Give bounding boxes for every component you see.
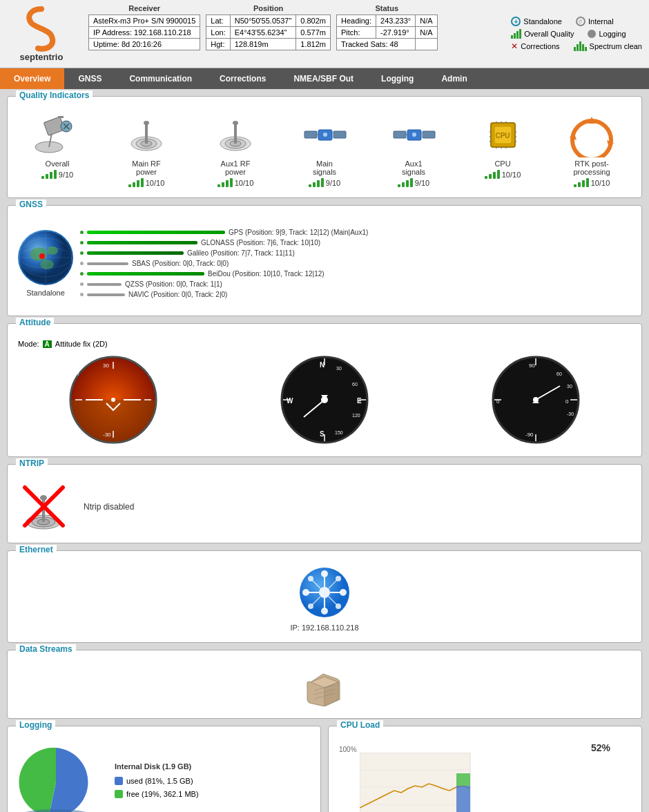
- internal-label: Internal: [588, 17, 614, 26]
- svg-rect-135: [456, 786, 470, 812]
- attitude-gauge-1: 30 -30 T T: [68, 355, 158, 446]
- qi-main-signals: Mainsignals 9/10: [297, 113, 352, 187]
- qi-aux1-rf: Aux1 RFpower 10/10: [208, 113, 263, 187]
- heading-na: N/A: [416, 15, 437, 27]
- attitude-gauge-3: 90 -90 0 0 60 30 -30: [491, 355, 581, 446]
- svg-point-116: [302, 589, 309, 596]
- cpu-percentage: 52%: [591, 742, 610, 753]
- nav-logging[interactable]: Logging: [367, 68, 427, 89]
- beidou-label: BeiDou (Position: 10|10, Track: 12|12): [208, 270, 324, 278]
- svg-point-105: [40, 495, 47, 501]
- qi-overall-icon: [30, 113, 85, 157]
- svg-point-123: [336, 603, 341, 609]
- pos-hgt-err: 1.812m: [296, 39, 331, 50]
- qi-rtk-score: 10/10: [574, 178, 610, 187]
- qi-main-signals-icon: [297, 113, 352, 157]
- standalone-label: Standalone: [523, 17, 562, 26]
- svg-rect-14: [234, 123, 237, 144]
- ntrip-status: Ntrip disabled: [84, 502, 134, 512]
- svg-text:60: 60: [556, 371, 562, 376]
- svg-rect-17: [304, 131, 317, 138]
- internal-indicator: ⏱ Internal: [576, 17, 614, 26]
- qi-main-signals-label: Mainsignals: [313, 160, 336, 176]
- gnss-signals: GPS (Position: 9|9, Track: 12|12) (Main|…: [80, 222, 631, 305]
- header: septentrio Receiver AsteRx-m3 Pro+ S/N 9…: [0, 0, 649, 68]
- receiver-table: AsteRx-m3 Pro+ S/N 9900015 IP Address: 1…: [88, 14, 200, 50]
- qi-grid: Overall 9/10: [14, 102, 635, 191]
- heading-value: 243.233°: [376, 15, 416, 27]
- qi-cpu-score: 10/10: [485, 170, 521, 179]
- svg-point-27: [412, 133, 416, 137]
- ntrip-content: Ntrip disabled: [14, 470, 635, 536]
- status-table: Heading: 243.233° N/A Pitch: -27.919° N/…: [336, 14, 438, 50]
- svg-point-122: [336, 576, 341, 581]
- quality-label: Overall Quality: [524, 30, 574, 38]
- svg-text:30: 30: [103, 362, 109, 369]
- free-legend: free (19%, 362.1 MB): [115, 790, 199, 798]
- svg-text:T: T: [77, 371, 80, 376]
- logging-legend: Internal Disk (1.9 GB) used (81%, 1.5 GB…: [115, 762, 199, 800]
- ethernet-ip: IP: 192.168.110.218: [290, 624, 358, 632]
- spectrum-icon: [574, 41, 587, 51]
- corrections-label: Corrections: [521, 42, 559, 50]
- svg-point-117: [340, 589, 347, 596]
- quality-indicators-section: Quality Indicators Overall: [7, 96, 642, 198]
- receiver-title: Receiver: [88, 4, 200, 12]
- nav-communication[interactable]: Communication: [115, 68, 206, 89]
- nav-nmea[interactable]: NMEA/SBF Out: [280, 68, 367, 89]
- qi-aux1-signals: Aux1signals 9/10: [386, 113, 441, 187]
- tracked-empty: [416, 39, 437, 50]
- cpu-max-label: 100%: [339, 746, 357, 753]
- status-row-1: + Standalone ⏱ Internal: [511, 17, 642, 26]
- gnss-content: Standalone GPS (Position: 9|9, Track: 12…: [14, 211, 635, 309]
- qi-main-rf-label: Main RFpower: [132, 160, 161, 176]
- signal-bars-icon: [398, 178, 413, 187]
- svg-text:0: 0: [496, 398, 500, 405]
- svg-point-130: [21, 809, 90, 812]
- sbas-label: SBAS (Position: 0|0, Track: 0|0): [132, 260, 229, 267]
- nav-overview[interactable]: Overview: [0, 68, 64, 89]
- ntrip-title: NTRIP: [16, 458, 48, 468]
- qzss-signal: QZSS (Position: 0|0, Track: 1|1): [80, 280, 631, 288]
- svg-text:120: 120: [352, 413, 360, 418]
- corrections-cross-icon: ✕: [511, 41, 518, 51]
- beidou-signal: BeiDou (Position: 10|10, Track: 12|12): [80, 270, 631, 278]
- qi-main-signals-score: 9/10: [309, 178, 340, 187]
- logging-title: Logging: [16, 720, 55, 730]
- status-section: Status Heading: 243.233° N/A Pitch: -27.…: [336, 4, 438, 64]
- gnss-section: GNSS: [7, 205, 642, 316]
- svg-rect-131: [360, 753, 470, 812]
- used-label: used (81%, 1.5 GB): [126, 777, 193, 785]
- glonass-label: GLONASS (Position: 7|6, Track: 10|10): [201, 239, 320, 246]
- status-row-2: Overall Quality Logging: [511, 29, 642, 39]
- nav-gnss[interactable]: GNSS: [64, 68, 115, 89]
- plus-circle-icon: +: [511, 17, 521, 26]
- qi-overall: Overall 9/10: [30, 113, 85, 187]
- cpu-chart-area: 52% 100% 0%: [339, 742, 631, 812]
- ds-content: [14, 656, 635, 711]
- svg-point-21: [323, 133, 327, 137]
- pos-lon-value: E4°43'55.6234": [230, 27, 296, 39]
- attitude-mode: Mode: A Attitude fix (2D): [18, 340, 631, 348]
- pos-lat-label: Lat:: [206, 15, 230, 27]
- svg-text:N: N: [320, 361, 324, 369]
- mode-value: Attitude fix (2D): [55, 340, 108, 348]
- qi-main-rf-score: 10/10: [128, 178, 165, 187]
- svg-text:-30: -30: [103, 432, 111, 438]
- table-row: Uptime: 8d 20:16:26: [89, 39, 200, 50]
- globe-icon: [18, 230, 73, 285]
- svg-text:E: E: [357, 397, 362, 405]
- cpu-load-title: CPU Load: [337, 720, 383, 730]
- qi-rtk: RTK post-processing 10/10: [564, 113, 619, 187]
- logging-pie-chart: [18, 742, 101, 812]
- globe-area: Standalone: [18, 230, 73, 297]
- nav-corrections[interactable]: Corrections: [206, 68, 280, 89]
- qi-aux1-rf-score: 10/10: [217, 178, 254, 187]
- svg-point-114: [321, 570, 328, 577]
- pitch-value: -27.919°: [376, 27, 416, 39]
- qi-main-rf-icon: [119, 113, 174, 157]
- ntrip-section: NTRIP Ntrip disabled: [7, 464, 642, 543]
- nav-admin[interactable]: Admin: [427, 68, 481, 89]
- galileo-label: Galileo (Position: 7|7, Track: 11|11): [187, 249, 295, 257]
- qi-aux1-signals-score: 9/10: [398, 178, 429, 187]
